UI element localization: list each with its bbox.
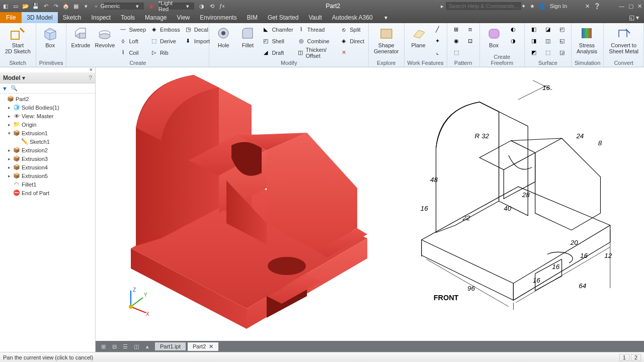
exchange-icon[interactable]: ✕	[585, 3, 590, 10]
browser-close-icon[interactable]: ✕	[89, 67, 93, 72]
stress-analysis-button[interactable]: Stress Analysis	[575, 24, 599, 55]
refresh-icon[interactable]: ◑	[198, 3, 205, 10]
delete-face-button[interactable]: ✕	[339, 47, 365, 58]
ucs-icon[interactable]: ⌞	[432, 47, 444, 58]
tab-extras[interactable]: ▾	[378, 12, 394, 23]
search-input[interactable]	[446, 2, 521, 10]
hole-button[interactable]: Hole	[212, 24, 234, 49]
home-icon[interactable]: 🏠	[62, 3, 69, 10]
tab-3d-model[interactable]: 3D Model	[22, 12, 57, 23]
s6-icon[interactable]: ⬚	[542, 47, 554, 58]
appearance-dropdown[interactable]: *Light Red▾	[159, 3, 194, 10]
mirror-icon[interactable]: ⧈	[464, 24, 476, 35]
revolve-button[interactable]: Revolve	[94, 24, 116, 49]
sweep-button[interactable]: 〰Sweep	[118, 24, 147, 35]
minimize-icon[interactable]: —	[619, 3, 624, 9]
undo-icon[interactable]: ↶	[42, 3, 49, 10]
s8-icon[interactable]: ◱	[556, 36, 568, 46]
loft-button[interactable]: ◊Loft	[118, 36, 147, 46]
material-icon[interactable]: ●	[93, 3, 100, 10]
direct-button[interactable]: ◈Direct	[339, 36, 365, 46]
tree-node[interactable]: ▾📦Extrusion1	[1, 129, 94, 137]
circ-pattern-icon[interactable]: ◉	[450, 36, 462, 46]
freeform-box-button[interactable]: Box	[483, 24, 505, 49]
open-icon[interactable]: 📂	[22, 3, 29, 10]
tab-inspect[interactable]: Inspect	[86, 12, 116, 23]
tree-node[interactable]: ⛔End of Part	[1, 189, 94, 197]
star-icon[interactable]: ✦	[521, 3, 526, 10]
new-icon[interactable]: ▭	[12, 3, 19, 10]
tab-tools[interactable]: Tools	[116, 12, 140, 23]
fillet-button[interactable]: Fillet	[236, 24, 259, 49]
page-1[interactable]: 1	[619, 354, 629, 361]
search-play-icon[interactable]: ▸	[441, 3, 444, 10]
tree-root[interactable]: 📦Part2	[1, 95, 94, 103]
decal-button[interactable]: ◳Decal	[183, 24, 211, 35]
return-icon[interactable]: ⟲	[208, 3, 215, 10]
user-icon[interactable]: 👤	[539, 3, 546, 10]
tree-node[interactable]: ▸📦Extrusion2	[1, 146, 94, 154]
select-icon[interactable]: ▦	[72, 3, 79, 10]
view-prev-icon[interactable]: ▴	[142, 342, 153, 351]
sketch-pattern-icon[interactable]: ⬚	[450, 47, 462, 58]
draft-button[interactable]: ◢Draft	[261, 47, 294, 58]
tab-get-started[interactable]: Get Started	[263, 12, 303, 23]
help-icon[interactable]: ?	[89, 74, 92, 81]
pattern2-icon[interactable]: ⊡	[464, 36, 476, 46]
tab-a360[interactable]: Autodesk A360	[327, 12, 378, 23]
doc-tab-part1[interactable]: Part1.ipt	[155, 342, 186, 350]
chamfer-button[interactable]: ◣Chamfer	[261, 24, 294, 35]
emboss-button[interactable]: ◈Emboss	[149, 24, 181, 35]
tree-node[interactable]: ◠Fillet1	[1, 180, 94, 189]
box-button[interactable]: Box	[39, 24, 61, 49]
tree-node[interactable]: ▸🧊Solid Bodies(1)	[1, 103, 94, 112]
save-icon[interactable]: 💾	[32, 3, 39, 10]
tree-node[interactable]: ✏️Sketch1	[1, 137, 94, 146]
view-split-icon[interactable]: ◫	[131, 342, 142, 351]
s3-icon[interactable]: ◩	[528, 47, 540, 58]
view-list-icon[interactable]: ☰	[120, 342, 131, 351]
signin-label[interactable]: Sign In	[550, 3, 567, 9]
s9-icon[interactable]: ◲	[556, 47, 568, 58]
app-icon[interactable]: ◧	[2, 3, 9, 10]
convert-sheet-metal-button[interactable]: Convert to Sheet Metal	[607, 24, 640, 55]
tab-close-icon[interactable]: ✕	[209, 343, 213, 350]
doc-tab-part2[interactable]: Part2✕	[188, 342, 218, 351]
tab-bim[interactable]: BIM	[242, 12, 263, 23]
rect-pattern-icon[interactable]: ⊞	[450, 24, 462, 35]
tree-node[interactable]: ▸📦Extrusion3	[1, 154, 94, 163]
thicken-button[interactable]: ◫Thicken/ Offset	[296, 47, 337, 58]
coil-button[interactable]: ⌇Coil	[118, 47, 147, 58]
ff1-icon[interactable]: ◐	[507, 24, 519, 35]
shell-button[interactable]: ◰Shell	[261, 36, 294, 46]
page-2[interactable]: 2	[631, 354, 641, 361]
appearance-swatch-icon[interactable]: ◉	[148, 3, 155, 10]
fx-icon[interactable]: ƒx	[218, 3, 225, 10]
tree-node[interactable]: ▸📦Extrusion5	[1, 171, 94, 180]
s2-icon[interactable]: ◨	[528, 36, 540, 46]
rib-button[interactable]: ▷Rib	[149, 47, 181, 58]
s4-icon[interactable]: ◪	[542, 24, 554, 35]
tree-node[interactable]: ▸📁Origin	[1, 120, 94, 129]
find-icon[interactable]: 🔍	[11, 85, 18, 92]
s5-icon[interactable]: ◫	[542, 36, 554, 46]
combine-button[interactable]: ◎Combine	[296, 36, 337, 46]
tab-environments[interactable]: Environments	[195, 12, 242, 23]
point-icon[interactable]: ✦	[432, 36, 444, 46]
tab-manage[interactable]: Manage	[140, 12, 172, 23]
import-button[interactable]: ⬇Import	[183, 36, 211, 46]
start-sketch-button[interactable]: Start 2D Sketch	[3, 24, 33, 55]
options-icon[interactable]: ▾	[83, 3, 90, 10]
thread-button[interactable]: ⌇Thread	[296, 24, 337, 35]
plane-button[interactable]: Plane	[408, 24, 430, 49]
tree-node[interactable]: ▸📦Extrusion4	[1, 163, 94, 171]
material-dropdown[interactable]: Generic▾	[104, 3, 144, 10]
star-outline-icon[interactable]: ★	[530, 3, 535, 10]
tab-vault[interactable]: Vault	[303, 12, 327, 23]
redo-icon[interactable]: ↷	[52, 3, 59, 10]
close-icon[interactable]: ✕	[637, 3, 642, 10]
view-tile-icon[interactable]: ⊞	[98, 342, 109, 351]
extrude-button[interactable]: Extrude	[69, 24, 92, 49]
tab-sketch[interactable]: Sketch	[58, 12, 87, 23]
filter-icon[interactable]: ▼	[2, 85, 8, 92]
